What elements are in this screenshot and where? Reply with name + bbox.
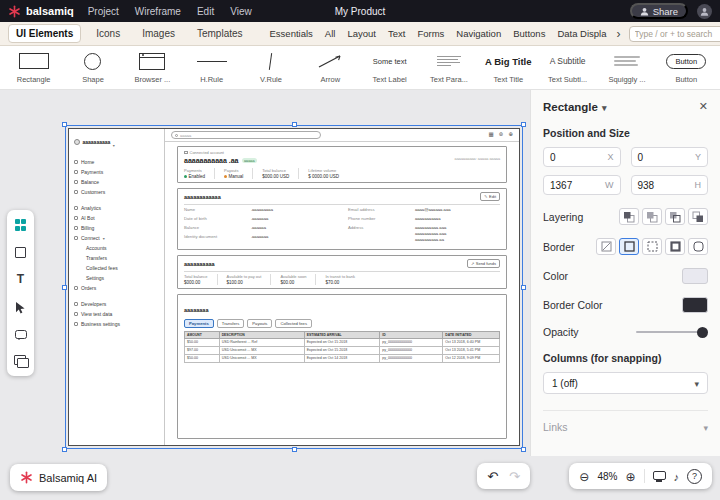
category-navigation[interactable]: Navigation	[456, 28, 501, 39]
wireframes-panel-icon[interactable]	[14, 355, 28, 367]
palette-item-text-title[interactable]: A Big Title Text Title	[479, 48, 538, 87]
columns-select[interactable]: 1 (off)	[543, 372, 708, 394]
tab-images[interactable]: Images	[135, 25, 182, 42]
wf-tab-collected-fees[interactable]: Collected fees	[275, 319, 312, 328]
wireframe-mockup[interactable]: aaaaaaaaaa Home Payments Balance Custome…	[68, 128, 520, 446]
palette-item-text-paragraph[interactable]: Text Para...	[419, 48, 478, 87]
zoom-in-icon[interactable]	[625, 467, 635, 485]
palette-item-browser[interactable]: Browser ...	[123, 48, 182, 87]
columns-icon[interactable]	[489, 132, 494, 138]
add-icon[interactable]	[508, 132, 513, 138]
wf-activity-card[interactable]: aaaaaaaa Payments Transfers Payouts Coll…	[177, 294, 507, 439]
wf-send-funds-button[interactable]: Send funds	[467, 259, 500, 268]
wf-nav-payments[interactable]: Payments	[74, 167, 159, 177]
border-rounded-button[interactable]	[688, 238, 708, 255]
height-field[interactable]: 938 H	[631, 175, 709, 195]
category-buttons[interactable]: Buttons	[513, 28, 545, 39]
category-forms[interactable]: Forms	[417, 28, 444, 39]
zoom-out-icon[interactable]	[579, 467, 589, 485]
y-position-field[interactable]: 0 Y	[631, 147, 709, 167]
border-solid-button[interactable]	[619, 238, 639, 255]
notifications-icon[interactable]	[499, 132, 504, 138]
palette-item-squiggly[interactable]: Squiggly ...	[597, 48, 656, 87]
fill-color-swatch[interactable]	[682, 268, 708, 284]
border-thick-button[interactable]	[665, 238, 685, 255]
close-icon[interactable]	[699, 100, 708, 113]
tab-icons[interactable]: Icons	[89, 25, 127, 42]
palette-item-rectangle[interactable]: Rectangle	[4, 48, 63, 87]
undo-icon[interactable]	[487, 467, 498, 485]
balsamiq-ai-button[interactable]: Balsamiq AI	[10, 464, 107, 491]
border-dashed-button[interactable]	[642, 238, 662, 255]
text-tool-icon[interactable]	[17, 274, 24, 285]
menu-project[interactable]: Project	[88, 6, 119, 17]
wf-nav-connect[interactable]: Connect	[74, 233, 159, 243]
palette-item-button[interactable]: Button Button	[657, 48, 716, 87]
library-search-input[interactable]	[629, 26, 720, 42]
selection-handle-top-left[interactable]	[62, 122, 67, 127]
send-to-back-button[interactable]	[688, 208, 708, 225]
menu-view[interactable]: View	[230, 6, 252, 17]
wf-edit-button[interactable]: Edit	[480, 192, 500, 201]
category-text[interactable]: Text	[388, 28, 405, 39]
presentation-icon[interactable]	[653, 471, 666, 480]
wf-nav-ai-bot[interactable]: AI Bot	[74, 213, 159, 223]
wf-tab-transfers[interactable]: Transfers	[217, 319, 245, 328]
selected-wireframe[interactable]: aaaaaaaaaa Home Payments Balance Custome…	[68, 128, 520, 446]
wf-nav-view-test-data[interactable]: View test data	[74, 309, 159, 319]
links-section-toggle[interactable]: Links	[543, 410, 708, 433]
selection-handle-bottom-right[interactable]	[521, 447, 526, 452]
wf-details-card[interactable]: aaaaaaaaaaaa Edit Name.aaaaaaaaa Date of…	[177, 188, 507, 250]
wf-account-switcher[interactable]: aaaaaaaaaa	[74, 133, 159, 151]
menu-wireframe[interactable]: Wireframe	[135, 6, 181, 17]
palette-item-text-label[interactable]: Some text Text Label	[360, 48, 419, 87]
slider-knob[interactable]	[697, 327, 708, 338]
selected-control-dropdown[interactable]: Rectangle	[543, 101, 607, 113]
wf-nav-orders[interactable]: Orders	[74, 283, 159, 293]
table-row[interactable]: $50.00 USD Unicornsit ... MX Expected on…	[185, 354, 500, 362]
wf-balances-card[interactable]: aaaaaaaaaa Send funds Total balance $000…	[177, 255, 507, 289]
selection-handle-bottom-left[interactable]	[62, 447, 67, 452]
wf-nav-accounts[interactable]: Accounts	[74, 243, 159, 253]
cursor-tool-icon[interactable]	[15, 301, 26, 314]
table-row[interactable]: $50.00 USD Rainforest ... Ref Expected o…	[185, 338, 500, 346]
selection-handle-top-right[interactable]	[521, 122, 526, 127]
palette-item-shape[interactable]: Shape	[63, 48, 122, 87]
share-button[interactable]: Share	[630, 3, 688, 19]
wf-account-header-card[interactable]: Connected account aaaaaaaaaaa .aa aaaaa …	[177, 146, 507, 183]
selection-handle-middle-left[interactable]	[62, 285, 67, 290]
wf-nav-transfers[interactable]: Transfers	[74, 253, 159, 263]
canvas[interactable]: aaaaaaaaaa Home Payments Balance Custome…	[0, 90, 530, 500]
wf-nav-customers[interactable]: Customers	[74, 187, 159, 197]
opacity-slider[interactable]	[636, 326, 708, 338]
wf-nav-analytics[interactable]: Analytics	[74, 203, 159, 213]
menu-edit[interactable]: Edit	[197, 6, 214, 17]
wf-nav-billing[interactable]: Billing	[74, 223, 159, 233]
category-all[interactable]: All	[325, 28, 336, 39]
wf-payments-table[interactable]: AMOUNT DESCRIPTION ESTIMATED ARRIVAL ID …	[184, 331, 500, 363]
palette-item-hrule[interactable]: H.Rule	[182, 48, 241, 87]
table-row[interactable]: $97.00 USD Unicornsit ... MX Expected on…	[185, 346, 500, 354]
wf-nav-settings[interactable]: Settings	[74, 273, 159, 283]
category-layout[interactable]: Layout	[347, 28, 376, 39]
palette-item-text-subtitle[interactable]: A Subtitle Text Subti...	[538, 48, 597, 87]
selection-handle-bottom-middle[interactable]	[292, 447, 297, 452]
profile-avatar[interactable]	[697, 4, 712, 19]
bring-to-front-button[interactable]	[619, 208, 639, 225]
ui-library-toggle-icon[interactable]	[15, 219, 27, 231]
wf-tab-payouts[interactable]: Payouts	[247, 319, 272, 328]
help-icon[interactable]	[687, 469, 702, 484]
project-title[interactable]: My Product	[335, 6, 386, 17]
tab-templates[interactable]: Templates	[190, 25, 250, 42]
rectangle-tool-icon[interactable]	[15, 247, 26, 258]
category-essentials[interactable]: Essentials	[270, 28, 313, 39]
wf-nav-balance[interactable]: Balance	[74, 177, 159, 187]
wf-nav-business-settings[interactable]: Business settings	[74, 319, 159, 329]
categories-overflow-chevron-icon[interactable]	[617, 27, 621, 41]
selection-handle-middle-right[interactable]	[521, 285, 526, 290]
selection-handle-top-middle[interactable]	[292, 122, 297, 127]
wf-nav-developers[interactable]: Developers	[74, 299, 159, 309]
music-note-icon[interactable]	[674, 467, 680, 485]
bring-forward-button[interactable]	[642, 208, 662, 225]
comment-tool-icon[interactable]	[15, 330, 27, 339]
